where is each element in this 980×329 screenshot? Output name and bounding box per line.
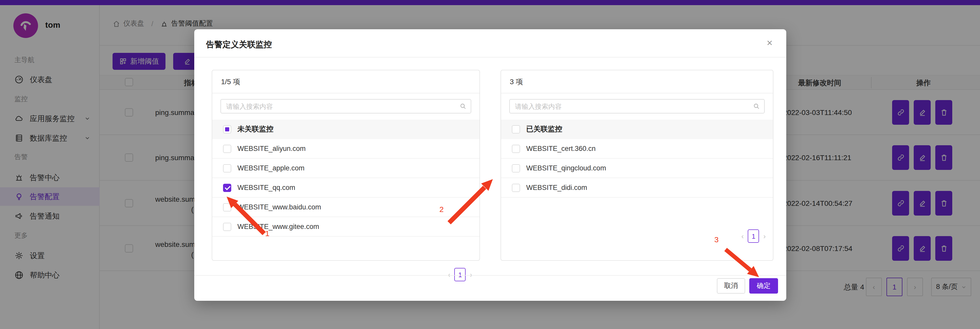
related-group-row: 已关联监控 — [501, 120, 773, 139]
item-label: WEBSITE_qingcloud.com — [526, 164, 606, 172]
search-input[interactable] — [220, 99, 471, 114]
item-label: WEBSITE_apple.com — [237, 164, 304, 172]
related-panel: 3 项 已关联监控 WEBSITE_cert.360.cn WEBSITE_qi… — [501, 70, 773, 261]
group-label: 未关联监控 — [237, 125, 274, 134]
item-checkbox-checked[interactable] — [223, 183, 231, 192]
list-item[interactable]: WEBSITE_www.baidu.com — [212, 198, 479, 217]
item-checkbox[interactable] — [223, 203, 231, 211]
item-checkbox[interactable] — [223, 164, 231, 172]
list-item[interactable]: WEBSITE_qingcloud.com — [501, 158, 773, 178]
item-label: WEBSITE_www.baidu.com — [237, 203, 321, 211]
dialog-title: 告警定义关联监控 — [206, 40, 272, 50]
item-label: WEBSITE_qq.com — [237, 184, 295, 191]
list-item[interactable]: WEBSITE_didi.com — [501, 178, 773, 198]
app-root: tom 主导航 仪表盘 监控 应用服务监控 数据库监控 告警 告警中心 告警配置 — [0, 0, 980, 329]
item-checkbox[interactable] — [223, 144, 231, 153]
item-label: WEBSITE_www.gitee.com — [237, 223, 319, 231]
prev-page-button[interactable]: ‹ — [448, 270, 450, 279]
item-checkbox[interactable] — [512, 144, 520, 153]
list-item[interactable]: WEBSITE_cert.360.cn — [501, 139, 773, 158]
item-checkbox[interactable] — [512, 164, 520, 172]
item-checkbox[interactable] — [512, 183, 520, 192]
relate-monitor-dialog: 告警定义关联监控 ✕ 1/5 项 未关联监控 WEBSITE_aliyun.co… — [194, 29, 786, 301]
list-item[interactable]: WEBSITE_aliyun.com — [212, 139, 479, 158]
cancel-button[interactable]: 取消 — [717, 278, 745, 294]
prev-page-button[interactable]: ‹ — [741, 232, 744, 240]
panel-divider — [212, 93, 479, 93]
search-icon — [460, 103, 467, 110]
group-checkbox[interactable] — [512, 125, 520, 133]
unrelated-panel: 1/5 项 未关联监控 WEBSITE_aliyun.com WEBSITE_a… — [212, 70, 480, 261]
panel-pagination: ‹ 1 › — [448, 268, 472, 281]
panel-pagination: ‹ 1 › — [741, 229, 766, 243]
current-page-button[interactable]: 1 — [455, 268, 466, 281]
list-item[interactable]: WEBSITE_qq.com — [212, 178, 479, 198]
next-page-button[interactable]: › — [470, 270, 472, 279]
current-page-button[interactable]: 1 — [748, 229, 759, 243]
group-label: 已关联监控 — [526, 125, 562, 134]
dialog-header-divider — [194, 57, 786, 57]
search-icon — [753, 103, 760, 110]
next-page-button[interactable]: › — [764, 232, 766, 240]
item-checkbox[interactable] — [223, 223, 231, 231]
panel-divider — [501, 93, 773, 93]
search-field-wrap — [220, 99, 471, 114]
related-count: 3 项 — [510, 78, 523, 87]
close-icon[interactable]: ✕ — [767, 38, 773, 48]
confirm-button[interactable]: 确定 — [749, 278, 778, 294]
search-input[interactable] — [509, 99, 765, 114]
group-checkbox-indeterminate[interactable] — [223, 125, 231, 133]
item-label: WEBSITE_cert.360.cn — [526, 145, 596, 152]
item-label: WEBSITE_aliyun.com — [237, 145, 306, 152]
search-field-wrap — [509, 99, 765, 114]
list-item[interactable]: WEBSITE_www.gitee.com — [212, 217, 479, 237]
unrelated-count: 1/5 项 — [221, 78, 240, 87]
unrelated-group-row: 未关联监控 — [212, 120, 479, 139]
item-label: WEBSITE_didi.com — [526, 184, 587, 191]
dialog-footer-divider — [194, 275, 786, 275]
list-item[interactable]: WEBSITE_apple.com — [212, 158, 479, 178]
